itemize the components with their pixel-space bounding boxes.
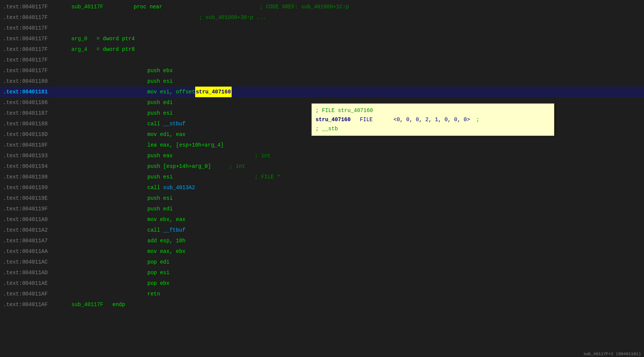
addr-23: .text:004011AA [3, 246, 71, 257]
tooltip-line1: ; FILE stru_407160 [316, 106, 550, 115]
comment-0: ; CODE XREF: sub_401000+1C↑p [260, 2, 349, 12]
addr-22: .text:004011A7 [3, 235, 71, 246]
label-3: arg_0 [71, 33, 87, 44]
status-bar: sub_40117F+2 (00401181) [580, 351, 644, 357]
addr-11: .text:00401188 [3, 118, 71, 129]
code-line-6: .text:0040117F push ebx [0, 65, 644, 76]
code-line-24: .text:004011AC pop edi [0, 257, 644, 267]
mnemonic-11: call [147, 118, 160, 129]
addr-1: .text:0040117F [3, 12, 71, 23]
mnemonic-3: = dword ptr [96, 33, 131, 44]
code-line-0: .text:0040117F sub_40117F proc near ; CO… [0, 2, 644, 12]
comment-14: ; int [255, 150, 271, 161]
addr-2: .text:0040117F [3, 23, 71, 33]
code-line-26: .text:004011AE pop ebx [0, 278, 644, 289]
addr-5: .text:0040117F [3, 55, 71, 65]
addr-28: .text:004011AF [3, 299, 71, 310]
tooltip-line3: ; __stb [316, 124, 550, 133]
mnemonic-24: pop [147, 257, 157, 267]
operand-19: edi [163, 204, 173, 214]
operand-14: eax [163, 150, 173, 161]
mnemonic-17: call [147, 182, 160, 193]
operand-22: esp, 18h [160, 235, 185, 246]
code-line-14: .text:00401193 push eax ; int [0, 150, 644, 161]
code-line-27: .text:004011AF retn [0, 289, 644, 299]
operand-6: ebx [163, 65, 173, 76]
addr-9: .text:00401186 [3, 97, 71, 108]
mnemonic-15: push [147, 161, 160, 172]
code-line-15: .text:00401194 push [esp+14h+arg_0] ; in… [0, 161, 644, 172]
addr-14: .text:00401193 [3, 150, 71, 161]
operand-8-highlight: stru_407160 [195, 87, 232, 97]
operand-13: eax, [esp+10h+arg_4] [160, 140, 224, 150]
operand-8-prefix: esi, offset [160, 87, 195, 97]
code-line-20: .text:004011A0 mov ebx, eax [0, 214, 644, 225]
addr-25: .text:004011AD [3, 267, 71, 278]
mnemonic-8: mov [147, 87, 157, 97]
mnemonic-12: mov [147, 129, 157, 140]
code-line-19: .text:0040119F push edi [0, 204, 644, 214]
operand-4: 8 [131, 44, 134, 55]
operand-26: ebx [160, 278, 169, 289]
code-line-13: .text:0040118F lea eax, [esp+10h+arg_4] [0, 140, 644, 150]
addr-20: .text:004011A0 [3, 214, 71, 225]
mnemonic-9: push [147, 97, 160, 108]
operand-21: __ftbuf [163, 225, 186, 235]
label-28: sub_40117F [71, 299, 103, 310]
tooltip-cut: ; [476, 117, 479, 123]
addr-7: .text:00401180 [3, 76, 71, 87]
addr-0: .text:0040117F [3, 2, 71, 12]
code-line-8: .text:00401181 mov esi, offset stru_4071… [0, 87, 644, 97]
mnemonic-26: pop [147, 278, 157, 289]
addr-4: .text:0040117F [3, 44, 71, 55]
mnemonic-0: proc near [134, 2, 163, 12]
code-line-1: .text:0040117F ; sub_401000+30↑p ... [0, 12, 644, 23]
addr-6: .text:0040117F [3, 65, 71, 76]
mnemonic-19: push [147, 204, 160, 214]
addr-19: .text:0040119F [3, 204, 71, 214]
comment-16: ; FILE * [255, 172, 280, 182]
addr-27: .text:004011AF [3, 289, 71, 299]
addr-21: .text:004011A2 [3, 225, 71, 235]
addr-18: .text:0040119E [3, 193, 71, 204]
operand-25: esi [160, 267, 169, 278]
addr-12: .text:0040118D [3, 129, 71, 140]
code-line-22: .text:004011A7 add esp, 18h [0, 235, 644, 246]
mnemonic-7: push [147, 76, 160, 87]
addr-10: .text:00401187 [3, 108, 71, 118]
mnemonic-13: lea [147, 140, 157, 150]
operand-7: esi [163, 76, 173, 87]
mnemonic-16: push [147, 172, 160, 182]
operand-23: eax, ebx [160, 246, 185, 257]
mnemonic-10: push [147, 108, 160, 118]
addr-24: .text:004011AC [3, 257, 71, 267]
label-4: arg_4 [71, 44, 87, 55]
code-line-4: .text:0040117F arg_4 = dword ptr 8 [0, 44, 644, 55]
mnemonic-27: retn [147, 289, 160, 299]
operand-17: sub_4013A2 [163, 182, 195, 193]
tooltip-type: FILE [360, 115, 390, 124]
code-line-16: .text:00401198 push esi ; FILE * [0, 172, 644, 182]
addr-26: .text:004011AE [3, 278, 71, 289]
code-line-21: .text:004011A2 call __ftbuf [0, 225, 644, 235]
code-line-17: .text:00401199 call sub_4013A2 [0, 182, 644, 193]
tooltip-value: <0, 0, 0, 2, 1, 0, 0, 0> [393, 117, 470, 123]
code-line-3: .text:0040117F arg_0 = dword ptr 4 [0, 33, 644, 44]
code-line-23: .text:004011AA mov eax, ebx [0, 246, 644, 257]
addr-3: .text:0040117F [3, 33, 71, 44]
code-line-28: .text:004011AF sub_40117F endp [0, 299, 644, 310]
mnemonic-18: push [147, 193, 160, 204]
tooltip-line2: stru_407160 FILE <0, 0, 0, 2, 1, 0, 0, 0… [316, 115, 550, 124]
operand-10: esi [163, 108, 173, 118]
mnemonic-4: = dword ptr [96, 44, 131, 55]
comment-1: ; sub_401000+30↑p ... [199, 12, 266, 23]
mnemonic-23: mov [147, 246, 157, 257]
code-line-2: .text:0040117F [0, 23, 644, 33]
code-line-25: .text:004011AD pop esi [0, 267, 644, 278]
mnemonic-28: endp [112, 299, 125, 310]
addr-13: .text:0040118F [3, 140, 71, 150]
operand-11: __stbuf [163, 118, 186, 129]
mnemonic-22: add [147, 235, 157, 246]
code-view: .text:0040117F sub_40117F proc near ; CO… [0, 0, 644, 357]
comment-15: ; int [229, 161, 245, 172]
